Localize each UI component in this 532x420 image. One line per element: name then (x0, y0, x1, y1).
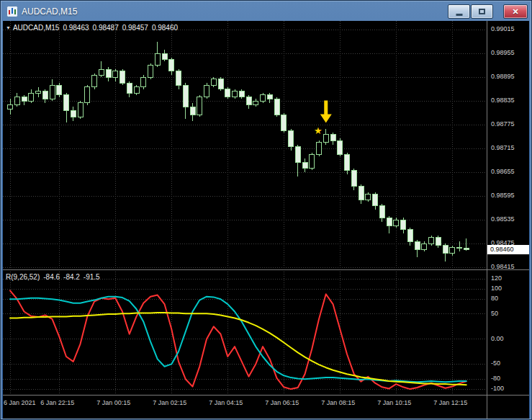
time-axis-label: 7 Jan 10:15 (377, 399, 411, 406)
indicator-axis-label: -100 (491, 385, 504, 392)
price-axis-label: 0.98655 (491, 168, 515, 175)
minimize-button[interactable] (448, 4, 470, 19)
indicator-axis-label: -80 (491, 375, 500, 382)
time-axis-label: 6 Jan 2021 (4, 399, 36, 406)
star-icon[interactable]: ★ (314, 125, 323, 136)
indicator-axis-label: 0.00 (491, 335, 504, 342)
indicator-value-1: -84.6 (43, 273, 60, 281)
time-axis-label: 7 Jan 00:15 (96, 399, 130, 406)
time-axis-label: 7 Jan 04:15 (209, 399, 243, 406)
window-title: AUDCAD,M15 (22, 6, 77, 17)
price-axis-label: 0.98955 (491, 49, 515, 56)
price-axis-label: 0.98595 (491, 192, 515, 199)
indicator-axis-label: 50 (491, 310, 498, 317)
symbol-ohlc-label: ▼AUDCAD,M150.984630.984870.984570.98460 (6, 24, 181, 32)
oscillator-line-fast (10, 290, 466, 389)
time-axis-label: 6 Jan 22:15 (40, 399, 74, 406)
time-axis-label: 7 Jan 08:15 (321, 399, 355, 406)
indicator-name: R(9,26,52) (6, 273, 40, 281)
price-axis-label: 0.98715 (491, 144, 515, 151)
maximize-icon (479, 9, 485, 14)
mt4-chart-window: AUDCAD,M15 ✕ ★ ▼AUDCAD,M150.984630.98487… (0, 0, 532, 420)
indicator-value-2: -84.2 (63, 273, 80, 281)
indicator-axis-label: 100 (491, 285, 502, 292)
symbol-marker-icon: ▼ (6, 25, 11, 30)
price-axis-label: 0.99015 (491, 25, 515, 32)
sell-arrow-icon[interactable] (320, 101, 332, 123)
close-icon: ✕ (512, 8, 518, 16)
time-axis[interactable]: 6 Jan 20216 Jan 22:157 Jan 00:157 Jan 02… (3, 396, 529, 419)
time-axis-label: 7 Jan 06:15 (265, 399, 299, 406)
indicator-axis-label: -50 (491, 359, 500, 367)
chart-app-icon (6, 6, 18, 17)
ohlc-high: 0.98487 (93, 24, 119, 32)
ohlc-open: 0.98463 (63, 24, 89, 32)
indicator-value-3: -91.5 (84, 273, 100, 281)
price-axis[interactable]: 0.98460 0.990150.989550.988950.988350.98… (487, 21, 529, 269)
main-chart-pane[interactable]: ★ ▼AUDCAD,M150.984630.984870.984570.9846… (3, 21, 487, 269)
indicator-axis-label: 80 (491, 295, 498, 302)
window-controls: ✕ (447, 4, 528, 19)
price-axis-label: 0.98895 (491, 73, 515, 80)
pane-separator[interactable] (3, 269, 529, 270)
price-axis-label: 0.98535 (491, 215, 515, 223)
minimize-icon (456, 14, 462, 16)
indicator-label: R(9,26,52)-84.6-84.2-91.5 (6, 273, 104, 281)
symbol-name: AUDCAD,M15 (13, 24, 59, 32)
price-axis-label: 0.98835 (491, 97, 515, 104)
indicator-pane[interactable]: R(9,26,52)-84.6-84.2-91.5 (3, 272, 487, 394)
price-axis-label: 0.98775 (491, 120, 515, 128)
price-axis-label: 0.98475 (491, 239, 515, 246)
indicator-axis[interactable]: 12010080500.00-50-80-100 (487, 272, 529, 394)
price-axis-label: 0.98415 (491, 263, 515, 270)
ohlc-low: 0.98457 (122, 24, 148, 32)
chart-client-area: ★ ▼AUDCAD,M150.984630.984870.984570.9846… (3, 21, 529, 419)
time-axis-label: 7 Jan 02:15 (153, 399, 186, 406)
time-axis-label: 7 Jan 12:15 (433, 399, 467, 406)
indicator-axis-label: 120 (491, 274, 502, 282)
window-titlebar[interactable]: AUDCAD,M15 ✕ (3, 1, 529, 21)
ohlc-close: 0.98460 (152, 24, 178, 32)
maximize-button[interactable] (471, 4, 493, 19)
close-button[interactable]: ✕ (503, 4, 528, 19)
